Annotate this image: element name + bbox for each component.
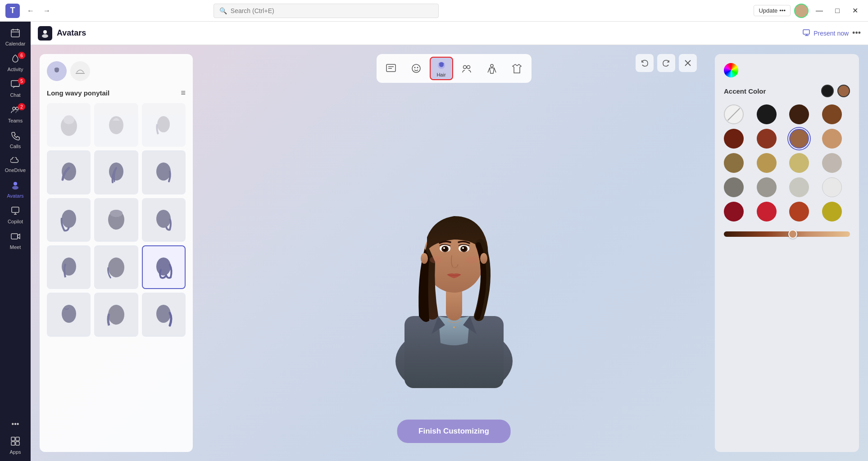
- color-swatch-brown[interactable]: [822, 104, 842, 124]
- activity-badge: 6: [18, 52, 25, 59]
- sidebar-item-teams[interactable]: 2 Teams: [3, 102, 28, 126]
- maximize-button[interactable]: □: [830, 4, 845, 18]
- filter-icon[interactable]: ≡: [181, 88, 186, 98]
- svg-rect-14: [16, 437, 19, 441]
- toolbar-face-button[interactable]: [404, 57, 428, 80]
- hair-panel-tabs: [47, 61, 186, 81]
- color-swatch-medium-brown[interactable]: [789, 129, 809, 149]
- svg-point-18: [42, 34, 48, 38]
- update-button[interactable]: Update •••: [754, 5, 791, 16]
- color-swatch-dark-red[interactable]: [724, 202, 744, 221]
- search-icon: 🔍: [219, 7, 227, 14]
- color-swatch-white[interactable]: [822, 177, 842, 197]
- svg-point-35: [156, 258, 171, 276]
- svg-point-60: [443, 247, 445, 249]
- svg-rect-15: [11, 442, 15, 445]
- color-slider[interactable]: [724, 231, 850, 237]
- toolbar-body-button[interactable]: [480, 57, 504, 80]
- sidebar-item-more[interactable]: •••: [3, 417, 28, 432]
- close-button[interactable]: ✕: [848, 4, 863, 18]
- hair-style-item[interactable]: [94, 103, 138, 147]
- hair-style-item[interactable]: [94, 245, 138, 289]
- titlebar-right: Update ••• — □ ✕: [754, 4, 863, 18]
- color-swatch-red[interactable]: [757, 202, 777, 221]
- close-customizer-button[interactable]: [679, 54, 697, 72]
- color-swatch-light-gray[interactable]: [789, 177, 809, 197]
- search-input[interactable]: [231, 7, 433, 14]
- sidebar-item-avatars[interactable]: Avatars: [3, 177, 28, 201]
- color-swatch-gold[interactable]: [757, 153, 777, 173]
- hair-style-grid: [47, 103, 186, 337]
- color-swatch-dark-gray[interactable]: [724, 177, 744, 197]
- onedrive-icon: [10, 156, 20, 167]
- calendar-icon: [10, 28, 20, 40]
- color-swatch-black[interactable]: [757, 104, 777, 124]
- toolbar-groups-button[interactable]: [455, 57, 478, 80]
- color-swatch-gray[interactable]: [757, 177, 777, 197]
- sidebar-item-meet[interactable]: Meet: [3, 229, 28, 253]
- toolbar-hair-label: Hair: [436, 72, 445, 77]
- hat-tab[interactable]: [70, 61, 90, 81]
- color-swatch-dark-gold[interactable]: [724, 153, 744, 173]
- color-swatch-dark-brown[interactable]: [789, 104, 809, 124]
- hair-style-item[interactable]: [47, 245, 91, 289]
- color-swatch-none[interactable]: [724, 104, 744, 124]
- toolbar-clothes-button[interactable]: [505, 57, 529, 80]
- sidebar-item-apps[interactable]: Apps: [3, 434, 28, 457]
- undo-button[interactable]: [636, 54, 654, 72]
- hair-style-item[interactable]: [142, 103, 186, 147]
- svg-rect-13: [11, 437, 15, 441]
- svg-point-37: [108, 305, 124, 325]
- back-button[interactable]: ←: [23, 4, 38, 18]
- sidebar-item-calls[interactable]: Calls: [3, 128, 28, 152]
- hair-style-item[interactable]: [47, 150, 91, 194]
- sidebar-item-copilot[interactable]: Copilot: [3, 203, 28, 227]
- sidebar-item-activity[interactable]: 6 Activity: [3, 51, 28, 75]
- color-swatch-light-gold[interactable]: [789, 153, 809, 173]
- hair-style-item[interactable]: [47, 198, 91, 242]
- color-swatch-dark-auburn[interactable]: [724, 129, 744, 149]
- minimize-button[interactable]: —: [812, 4, 827, 18]
- hair-style-item[interactable]: [47, 293, 91, 336]
- sidebar: Calendar 6 Activity 5 Chat 2 Teams: [0, 22, 31, 461]
- color-swatch-silver-gray[interactable]: [822, 153, 842, 173]
- svg-point-0: [799, 6, 804, 12]
- color-swatch-rust[interactable]: [789, 202, 809, 221]
- toolbar-reactions-button[interactable]: [379, 57, 403, 80]
- svg-rect-12: [11, 234, 18, 239]
- color-swatch-tan[interactable]: [822, 129, 842, 149]
- sidebar-item-calendar[interactable]: Calendar: [3, 25, 28, 49]
- hair-style-item-selected[interactable]: [142, 245, 186, 289]
- forward-button[interactable]: →: [40, 4, 54, 18]
- hair-style-item[interactable]: [142, 150, 186, 194]
- hair-style-item[interactable]: [142, 198, 186, 242]
- redo-button[interactable]: [657, 54, 675, 72]
- sidebar-item-label: Avatars: [7, 193, 23, 199]
- selected-color-1: [821, 85, 834, 97]
- hair-style-tab[interactable]: [47, 61, 67, 81]
- svg-point-34: [108, 258, 124, 277]
- hair-style-item[interactable]: [94, 198, 138, 242]
- hair-style-item[interactable]: [94, 293, 138, 336]
- sidebar-item-chat[interactable]: 5 Chat: [3, 77, 28, 100]
- present-now-button[interactable]: Present now: [803, 29, 849, 37]
- svg-point-29: [62, 210, 76, 228]
- toolbar-hair-button[interactable]: Hair: [430, 57, 453, 80]
- hair-style-item[interactable]: [142, 293, 186, 336]
- color-swatch-auburn[interactable]: [757, 129, 777, 149]
- user-avatar[interactable]: [794, 4, 809, 18]
- color-swatch-olive[interactable]: [822, 202, 842, 221]
- color-panel: Accent Color: [715, 54, 859, 452]
- svg-point-28: [156, 163, 171, 181]
- sidebar-item-label: Activity: [8, 67, 23, 72]
- color-wheel-icon: [724, 63, 738, 77]
- page-more-button[interactable]: •••: [852, 28, 861, 38]
- sidebar-item-onedrive[interactable]: OneDrive: [3, 154, 28, 176]
- svg-point-54: [453, 326, 455, 328]
- page-header-right: Present now •••: [803, 28, 861, 38]
- chat-badge: 5: [18, 77, 25, 85]
- svg-point-70: [480, 253, 487, 264]
- hair-style-item[interactable]: [94, 150, 138, 194]
- hair-style-item[interactable]: [47, 103, 91, 147]
- finish-customizing-button[interactable]: Finish Customizing: [397, 420, 511, 443]
